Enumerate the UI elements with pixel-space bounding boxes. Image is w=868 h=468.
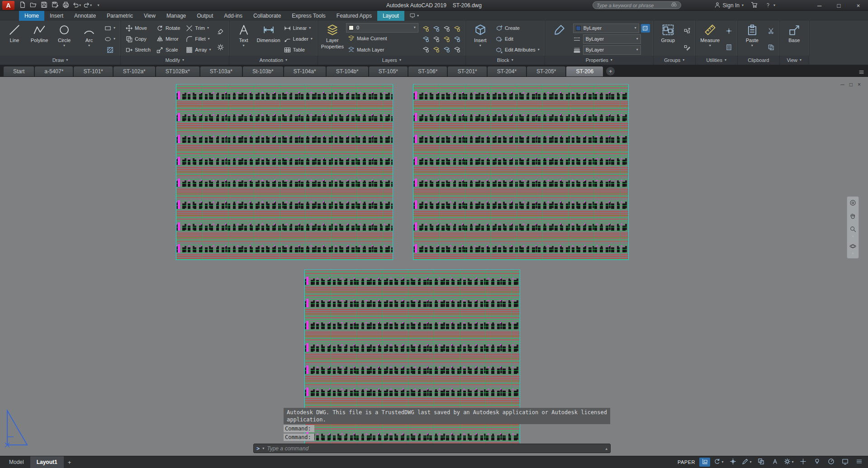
drawing-panel-2[interactable] (413, 84, 629, 260)
workspace-switching-icon[interactable]: ▾ (783, 458, 794, 467)
minimize-button[interactable]: ─ (810, 0, 829, 11)
layer-button[interactable]: LayerProperties (321, 22, 344, 56)
chevron-down-icon[interactable]: ▾ (635, 26, 636, 30)
ribbon-tab-view[interactable]: View (138, 11, 161, 21)
drawing-panel-1[interactable] (176, 84, 393, 260)
panel-label-block[interactable]: Block▾ (466, 56, 545, 65)
layer-select[interactable]: 0▾ (346, 23, 418, 33)
search-icon[interactable] (671, 1, 677, 9)
ribbon-tab-express-tools[interactable]: Express Tools (286, 11, 331, 21)
chevron-down-icon[interactable]: ▾ (636, 37, 638, 41)
circle-button[interactable]: Circle▾ (53, 22, 76, 56)
panel-label-modify[interactable]: Modify▾ (121, 56, 229, 65)
lineweight-select[interactable]: ByLayer▾ (583, 45, 641, 55)
save-as-button[interactable] (50, 1, 60, 10)
copy-button[interactable]: Copy (124, 34, 152, 44)
id-point-tool[interactable] (724, 26, 734, 36)
paper-model-toggle-icon[interactable] (699, 458, 710, 467)
mirror-button[interactable]: Mirror (155, 34, 182, 44)
fillet-button[interactable]: Fillet▾ (184, 34, 213, 44)
qat-menu-button[interactable]: ▾ (94, 1, 103, 10)
customization-icon[interactable] (854, 458, 864, 467)
panel-label-utilities[interactable]: Utilities▾ (696, 56, 737, 65)
doc-tab-st-201[interactable]: ST-201* (448, 66, 486, 76)
doc-tab-start[interactable]: Start (4, 66, 34, 76)
transparency-icon[interactable] (641, 24, 650, 33)
command-input[interactable]: > ▾ Type a command ▴ (253, 444, 611, 453)
object-color-select[interactable]: ByLayer▾ (573, 24, 639, 33)
ribbon-tab-add-ins[interactable]: Add-ins (218, 11, 248, 21)
restore-button[interactable]: □ (829, 0, 849, 11)
doc-tab-st102bx[interactable]: ST102Bx* (156, 66, 199, 76)
doc-tab-a-5407[interactable]: a-5407* (35, 66, 73, 76)
explode-tool[interactable] (215, 42, 226, 52)
ribbon-tab-manage[interactable]: Manage (161, 11, 191, 21)
layer-previous-icon[interactable] (441, 44, 452, 55)
chevron-down-icon[interactable]: ▾ (414, 26, 416, 29)
new-layout-button[interactable]: + (64, 456, 76, 468)
doc-tab-st-105[interactable]: ST-105* (369, 66, 408, 76)
sign-in-button[interactable]: Sign In ▾ (714, 2, 744, 9)
new-button[interactable] (18, 1, 27, 10)
paper-space-indicator[interactable]: PAPER (678, 459, 695, 465)
ribbon-tab-insert[interactable]: Insert (44, 11, 69, 21)
doc-tab-st-205[interactable]: ST-205* (527, 66, 565, 76)
ribbon-tab-annotate[interactable]: Annotate (69, 11, 101, 21)
layout-tab-model[interactable]: Model (3, 456, 30, 468)
ribbon-tab-output[interactable]: Output (191, 11, 218, 21)
paste-button[interactable]: Paste▾ (741, 22, 764, 56)
annotation-visibility-icon[interactable] (769, 458, 780, 467)
autoscale-icon[interactable]: ▾ (713, 458, 724, 467)
trim-button[interactable]: Trim▾ (184, 23, 213, 33)
layer-thaw-icon[interactable] (441, 34, 452, 44)
erase-tool[interactable] (215, 26, 226, 36)
drawing-area[interactable]: ─□× ▾▾ Autodesk DWG. This file is a Trus… (0, 77, 868, 456)
open-button[interactable] (28, 1, 38, 10)
stretch-button[interactable]: Stretch (124, 45, 152, 55)
command-history-toggle[interactable]: ▴ (605, 446, 607, 451)
layer-unisolate-icon[interactable] (431, 34, 441, 44)
layer-merge-icon[interactable] (452, 44, 462, 55)
viewport-restore-button[interactable]: □ (849, 81, 853, 88)
insert-button[interactable]: Insert▾ (469, 22, 492, 56)
group-edit-tool[interactable] (682, 42, 692, 52)
plot-button[interactable] (61, 1, 71, 10)
rotate-button[interactable]: Rotate (155, 23, 182, 33)
scale-button[interactable]: Scale (155, 45, 182, 55)
clean-screen-icon[interactable] (840, 458, 850, 467)
table-button[interactable]: Table (282, 45, 314, 55)
doc-tab-st-106[interactable]: ST-106* (408, 66, 447, 76)
panel-label-groups[interactable]: Groups▾ (654, 56, 695, 65)
doc-tab-st-103b[interactable]: St-103b* (243, 66, 283, 76)
panel-label-layers[interactable]: Layers▾ (318, 56, 465, 65)
ribbon-tab-home[interactable]: Home (19, 11, 44, 21)
make-current-button[interactable]: Make Current (346, 33, 418, 43)
measure-button[interactable]: Measure▾ (699, 22, 721, 56)
isolate-objects-icon[interactable] (811, 458, 822, 467)
navigation-wheel-icon[interactable] (849, 199, 856, 208)
new-tab-button[interactable]: + (606, 67, 615, 76)
linetype-select[interactable]: ByLayer▾ (583, 34, 641, 44)
dimension-button[interactable]: Dimension (257, 22, 280, 56)
doc-tab-st-204[interactable]: ST-204* (488, 66, 526, 76)
ungroup-tool[interactable] (682, 26, 692, 36)
edit-attributes-button[interactable]: Edit Attributes▾ (494, 45, 541, 55)
match-properties-icon-button[interactable] (548, 22, 571, 56)
copy-clip-tool[interactable] (766, 42, 776, 52)
chevron-down-icon[interactable]: ▾ (636, 48, 638, 52)
close-button[interactable]: × (849, 0, 868, 11)
save-button[interactable] (39, 1, 49, 10)
help-button[interactable]: ▾ (765, 2, 775, 9)
hatch-tool[interactable] (103, 45, 117, 55)
layer-walk-icon[interactable] (421, 44, 431, 55)
graphics-performance-icon[interactable] (825, 458, 836, 467)
undo-button[interactable]: ▾ (72, 1, 81, 10)
text-button[interactable]: Text▾ (232, 22, 255, 56)
layout-tab-layout1[interactable]: Layout1 (30, 456, 64, 468)
chevron-down-icon[interactable]: ▾ (262, 447, 264, 450)
doc-tab-st-104b[interactable]: ST-104b* (327, 66, 368, 76)
orbit-icon[interactable]: ▾ (849, 243, 856, 255)
layer-match-icon[interactable] (431, 44, 441, 55)
ribbon-tab-collaborate[interactable]: Collaborate (248, 11, 286, 21)
panel-label-view[interactable]: View▾ (780, 56, 809, 65)
